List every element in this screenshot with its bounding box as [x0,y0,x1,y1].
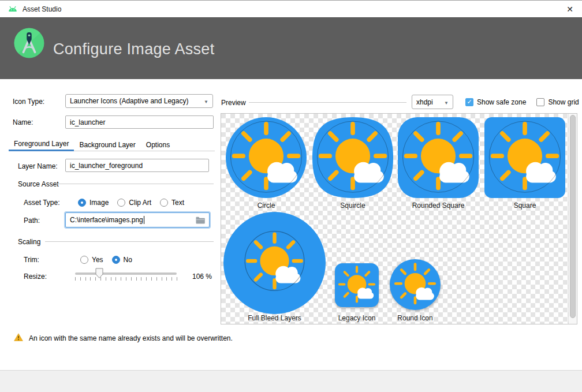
resize-slider-ticks [75,277,178,281]
tab-options[interactable]: Options [141,138,175,151]
page-title: Configure Image Asset [53,40,214,58]
path-label: Path: [24,216,40,225]
trim-label: Trim: [24,256,39,264]
preview-icon-legacy [335,263,379,307]
preview-show-safe-zone-cb[interactable]: Show safe zone [465,98,526,106]
layer-name-input[interactable]: ic_launcher_foreground [65,159,209,172]
name-value: ic_launcher [70,118,105,126]
layer-name-label: Layer Name: [18,162,58,170]
source-asset-section-label: Source Asset [18,180,59,188]
preview-icon-squircle [312,117,393,198]
trim-option-label: No [124,256,132,264]
icon-type-label: Icon Type: [13,98,44,106]
preview-scrollbar-thumb[interactable] [570,115,576,318]
path-input[interactable]: C:\interface\images.png [65,212,210,227]
source-asset-divider [54,184,214,184]
preview-canvas: CircleSquircleRounded SquareSquareFull B… [221,114,577,324]
trim-yes-radio[interactable]: Yes [80,256,103,264]
density-value: xhdpi [416,98,433,106]
asset-type-clip-art-radio[interactable]: Clip Art [117,199,151,207]
preview-tile-label: Rounded Square [412,201,465,210]
android-studio-logo-icon [14,28,44,58]
name-input[interactable]: ic_launcher [65,115,214,129]
asset-type-label: Asset Type: [24,199,59,207]
warning-icon [14,333,23,341]
radio-unchecked-icon [160,199,168,207]
preview-tile-squircle: Squircle [312,117,393,211]
preview-icon-round [390,259,441,310]
dialog-header: Configure Image Asset [0,17,582,79]
layer-tabs: Foreground LayerBackground LayerOptions [9,138,215,151]
tab-background-layer[interactable]: Background Layer [74,138,140,151]
cb-unchecked-icon [536,98,544,106]
preview-label: Preview [221,99,246,107]
text-caret [144,216,144,224]
preview-tile-circle: Circle [226,117,307,211]
radio-checked-icon [78,199,86,207]
trim-option-label: Yes [92,256,103,264]
tab-foreground-layer[interactable]: Foreground Layer [9,138,74,151]
asset-type-option-label: Text [171,199,184,207]
preview-tile-full-bleed: Full Bleed Layers [223,212,326,323]
asset-studio-dialog: Asset Studio ✕ Configure Image Asset Ico… [0,0,582,392]
preview-scrollbar[interactable] [568,114,577,324]
preview-tile-label: Square [514,201,536,210]
trim-radio-group: YesNo [80,255,132,264]
preview-tile-label: Round Icon [397,314,432,322]
radio-unchecked-icon [117,199,125,207]
preview-tile-round: Round Icon [390,259,441,323]
scaling-section-label: Scaling [18,238,40,246]
preview-icon-full-bleed [223,212,326,314]
preview-icon-circle [226,117,307,198]
asset-type-option-label: Clip Art [129,199,151,207]
asset-type-image-radio[interactable]: Image [78,199,109,207]
preview-icon-square [484,117,565,198]
trim-no-radio[interactable]: No [112,256,132,264]
name-label: Name: [13,118,33,126]
chevron-down-icon [204,97,208,105]
title-bar: Asset Studio ✕ [0,0,582,17]
preview-tile-rounded-square: Rounded Square [398,117,479,211]
resize-slider-track[interactable] [75,272,177,275]
path-value: C:\interface\images.png [70,216,143,224]
scaling-divider [45,241,214,242]
preview-tile-label: Squircle [340,201,365,210]
warning-message: An icon with the same name already exist… [29,334,233,342]
preview-tile-label: Circle [258,201,275,210]
icon-type-dropdown[interactable]: Launcher Icons (Adaptive and Legacy) [65,94,213,108]
preview-panel: CircleSquircleRounded SquareSquareFull B… [221,113,577,324]
preview-tile-legacy: Legacy Icon [335,263,379,323]
android-logo-icon [8,6,18,12]
preview-tile-label: Legacy Icon [338,314,376,322]
footer-bar: ? PreviousNextCancelFinish [0,370,582,392]
resize-label: Resize: [24,272,47,281]
resize-value: 106 % [192,272,212,281]
icon-type-value: Launcher Icons (Adaptive and Legacy) [70,97,188,105]
preview-tile-square: Square [484,117,565,211]
radio-unchecked-icon [80,256,88,264]
preview-checkbox-group: Show safe zoneShow grid [465,98,579,107]
preview-option-label: Show safe zone [477,98,526,106]
chevron-down-icon [444,98,449,106]
folder-browse-icon[interactable] [196,216,205,224]
preview-show-grid-cb[interactable]: Show grid [536,98,579,106]
close-icon[interactable]: ✕ [564,5,576,14]
preview-divider [249,102,406,103]
preview-option-label: Show grid [548,98,579,106]
cb-checked-icon [465,98,473,106]
window-title: Asset Studio [23,5,61,13]
preview-icon-rounded-square [398,117,479,198]
layer-name-value: ic_launcher_foreground [70,162,143,170]
preview-tile-label: Full Bleed Layers [248,314,301,322]
asset-type-radio-group: ImageClip ArtText [78,198,184,207]
asset-type-option-label: Image [89,199,109,207]
radio-checked-icon [112,256,120,264]
density-dropdown[interactable]: xhdpi [412,95,453,109]
asset-type-text-radio[interactable]: Text [160,199,184,207]
